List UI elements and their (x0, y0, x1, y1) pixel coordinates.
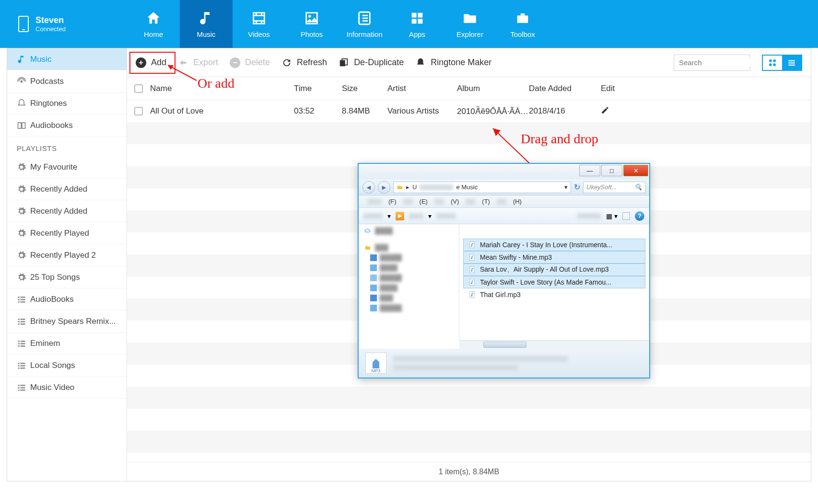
maximize-button[interactable]: □ (601, 165, 622, 176)
drive-label[interactable]: (H) (513, 198, 522, 205)
explorer-search[interactable]: UkeySoft...🔍 (583, 182, 645, 193)
drive-label[interactable]: (V) (451, 198, 459, 205)
sidebar-item-music[interactable]: Music (7, 48, 127, 70)
explorer-file-row[interactable]: Mariah Carey - I Stay In Love (Instrumen… (463, 239, 645, 251)
sidebar-item-podcasts[interactable]: Podcasts (7, 70, 127, 92)
sidebar-playlist-item[interactable]: Recently Added (7, 178, 127, 200)
table-row[interactable]: All Out of Love 03:52 8.84MB Various Art… (127, 100, 811, 122)
grid-view-button[interactable] (763, 56, 782, 70)
sidebar-playlist-item[interactable]: 25 Top Songs (7, 266, 127, 288)
sidebar-playlist-item[interactable]: Eminem (7, 332, 127, 355)
svg-rect-29 (21, 343, 25, 344)
nav-videos[interactable]: Videos (233, 0, 285, 48)
col-name[interactable]: Name (150, 84, 294, 93)
nav-home[interactable]: Home (127, 0, 180, 48)
cell-edit[interactable] (601, 106, 634, 117)
explorer-file-row[interactable]: Sara Lov、Air Supply - All Out of Love.mp… (463, 263, 645, 276)
explorer-window[interactable]: — □ ✕ ◄ ► ▸ U e Music ▾ ↻ UkeySoft...🔍 (… (358, 163, 650, 378)
svg-rect-50 (773, 63, 776, 66)
sidebar-playlist-item[interactable]: Local Songs (7, 355, 127, 377)
add-label: Add (151, 57, 166, 68)
col-date[interactable]: Date Added (529, 84, 601, 93)
svg-rect-49 (769, 63, 771, 66)
svg-rect-35 (21, 365, 25, 367)
playlist-label: 25 Top Songs (30, 273, 80, 282)
play-icon[interactable]: ▶ (396, 212, 404, 220)
refresh-icon[interactable]: ↻ (574, 183, 580, 192)
explorer-file-row[interactable]: Taylor Swift - Love Story (As Made Famou… (463, 276, 645, 288)
list-view-button[interactable] (782, 56, 801, 70)
mp3-label: MP3 (372, 368, 381, 373)
nav-music[interactable]: Music (180, 0, 233, 48)
explorer-file-row[interactable]: That Girl.mp3 (463, 288, 645, 301)
music-file-icon (468, 291, 476, 298)
pencil-icon (601, 106, 609, 115)
explorer-tree[interactable]: ████ ███ █████ ████ █████ ████ ███ █████ (359, 224, 459, 340)
nav-toolbox[interactable]: Toolbox (496, 0, 549, 48)
scroll-thumb[interactable] (483, 342, 526, 348)
svg-rect-34 (21, 363, 25, 364)
drive-label[interactable]: (F) (388, 198, 397, 205)
col-album[interactable]: Album (457, 84, 529, 93)
sidebar-playlist-item[interactable]: Recently Played (7, 222, 127, 244)
playlist-label: Recently Added (30, 184, 87, 194)
add-button[interactable]: +Add (136, 57, 166, 68)
forward-button[interactable]: ► (378, 181, 390, 194)
svg-rect-27 (18, 345, 20, 347)
minimize-button[interactable]: — (579, 165, 600, 176)
back-button[interactable]: ◄ (362, 181, 375, 194)
delete-label: Delete (245, 57, 270, 68)
col-artist[interactable]: Artist (387, 84, 457, 93)
ringtone-maker-button[interactable]: Ringtone Maker (415, 57, 491, 68)
nav-music-label: Music (197, 30, 215, 38)
sidebar-playlist-item[interactable]: AudioBooks (7, 288, 127, 310)
explorer-footer: MP3 (359, 349, 649, 378)
explorer-file-list[interactable]: Mariah Carey - I Stay In Love (Instrumen… (459, 224, 649, 340)
delete-button[interactable]: −Delete (230, 57, 270, 68)
select-all-checkbox[interactable] (127, 84, 150, 93)
nav-explorer[interactable]: Explorer (444, 0, 496, 48)
col-size[interactable]: Size (342, 84, 387, 93)
help-icon[interactable]: ? (635, 211, 644, 221)
sidebar-item-ringtones[interactable]: Ringtones (7, 92, 127, 115)
refresh-button[interactable]: Refresh (281, 57, 327, 68)
explorer-hscroll[interactable] (459, 340, 649, 349)
sidebar-playlist-item[interactable]: My Favourite (7, 156, 127, 178)
cell-time: 03:52 (294, 106, 342, 116)
cell-name: All Out of Love (150, 106, 294, 116)
content-toolbar: +Add Export −Delete Refresh De-Duplicate… (127, 48, 811, 77)
col-time[interactable]: Time (294, 84, 342, 93)
sidebar: Music Podcasts Ringtones Audiobooks PLAY… (7, 48, 127, 481)
drive-label[interactable]: (T) (482, 198, 490, 205)
sidebar-playlist-item[interactable]: Britney Spears Remix... (7, 310, 127, 332)
nav-photos[interactable]: Photos (285, 0, 338, 48)
drive-label[interactable]: (E) (420, 198, 428, 205)
dedup-button[interactable]: De-Duplicate (339, 57, 404, 68)
cell-artist: Various Artists (387, 106, 457, 116)
export-button[interactable]: Export (178, 57, 218, 68)
top-navbar: Steven Connected Home Music Videos Photo… (0, 0, 818, 48)
close-button[interactable]: ✕ (623, 165, 648, 176)
nav-apps-label: Apps (409, 30, 425, 38)
explorer-titlebar[interactable]: — □ ✕ (359, 164, 649, 179)
sidebar-playlist-item[interactable]: Recently Played 2 (7, 244, 127, 266)
minus-icon: − (230, 57, 240, 68)
sidebar-playlist-item[interactable]: Recently Added (7, 200, 127, 222)
svg-point-0 (308, 14, 311, 17)
row-checkbox[interactable] (127, 107, 150, 115)
explorer-file-row[interactable]: Mean Swifty - Mine.mp3 (463, 251, 645, 263)
svg-rect-41 (21, 387, 25, 389)
sidebar-playlist-item[interactable]: Music Video (7, 377, 127, 399)
search-box[interactable] (674, 55, 750, 71)
search-input[interactable] (679, 58, 770, 67)
address-input[interactable]: ▸ U e Music ▾ (393, 182, 571, 193)
mp3-icon: MP3 (365, 353, 386, 374)
nav-toolbox-label: Toolbox (510, 30, 535, 38)
sidebar-item-audiobooks[interactable]: Audiobooks (7, 115, 127, 137)
svg-rect-53 (788, 64, 795, 65)
svg-rect-15 (18, 301, 20, 303)
svg-rect-39 (18, 389, 20, 391)
nav-apps[interactable]: Apps (391, 0, 444, 48)
nav-information[interactable]: Information (338, 0, 391, 48)
col-edit[interactable]: Edit (601, 84, 634, 93)
